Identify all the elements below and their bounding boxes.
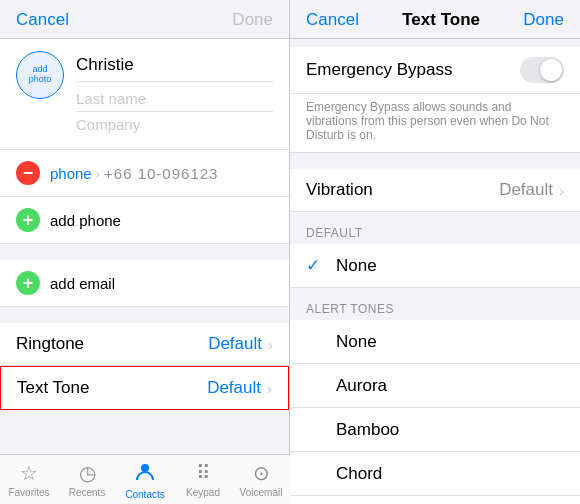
left-header: Cancel Done [0, 0, 289, 39]
chord-row[interactable]: ✓ Chord [290, 452, 580, 496]
default-none-label: None [336, 256, 377, 276]
vibration-row[interactable]: Vibration Default › [290, 169, 580, 212]
left-done-button[interactable]: Done [232, 10, 273, 30]
settings-rows: Ringtone Default › Text Tone Default › [0, 323, 289, 410]
tab-voicemail-label: Voicemail [240, 487, 283, 498]
spacer-2 [0, 307, 289, 315]
phone-arrow-icon: › [96, 166, 100, 181]
add-email-button[interactable]: + [16, 271, 40, 295]
last-name-field[interactable]: Last name [76, 86, 273, 112]
add-phone-row[interactable]: + add phone [0, 197, 289, 244]
contacts-icon [134, 460, 156, 487]
tab-contacts-label: Contacts [125, 489, 164, 500]
bamboo-label: Bamboo [336, 420, 399, 440]
favorites-icon: ☆ [20, 461, 38, 485]
recents-icon: ◷ [79, 461, 96, 485]
aurora-row[interactable]: ✓ Aurora [290, 364, 580, 408]
vibration-value: Default [499, 180, 553, 200]
emergency-bypass-toggle[interactable] [520, 57, 564, 83]
voicemail-icon: ⊙ [253, 461, 270, 485]
default-section-header: DEFAULT [290, 220, 580, 244]
keypad-icon: ⠿ [196, 461, 211, 485]
no-check-icon-2: ✓ [306, 375, 326, 396]
svg-point-0 [141, 464, 149, 472]
right-title: Text Tone [402, 10, 480, 30]
default-none-row[interactable]: ✓ None [290, 244, 580, 288]
add-email-label: add email [50, 275, 115, 292]
emergency-bypass-row: Emergency Bypass [290, 47, 580, 94]
phone-number: +66 10-096123 [104, 165, 218, 182]
circles-row[interactable]: ✓ Circles [290, 496, 580, 504]
right-cancel-button[interactable]: Cancel [306, 10, 359, 30]
tab-keypad[interactable]: ⠿ Keypad [174, 461, 232, 498]
text-tone-value: Default [207, 378, 261, 398]
ringtone-row[interactable]: Ringtone Default › [0, 323, 289, 366]
vibration-arrow-icon: › [559, 182, 564, 199]
add-photo-label: addphoto [29, 65, 52, 85]
contact-fields: Christie Last name Company [76, 51, 273, 137]
ringtone-value: Default [208, 334, 262, 354]
text-tone-row[interactable]: Text Tone Default › [0, 366, 289, 410]
company-field[interactable]: Company [76, 112, 273, 137]
vibration-label: Vibration [306, 180, 499, 200]
alert-none-row[interactable]: ✓ None [290, 320, 580, 364]
alert-tones-section-header: ALERT TONES [290, 296, 580, 320]
right-content: Emergency Bypass Emergency Bypass allows… [290, 39, 580, 504]
bamboo-row[interactable]: ✓ Bamboo [290, 408, 580, 452]
no-check-icon-1: ✓ [306, 331, 326, 352]
ringtone-arrow-icon: › [268, 336, 273, 353]
tab-recents-label: Recents [69, 487, 106, 498]
emergency-bypass-label: Emergency Bypass [306, 60, 520, 80]
phone-label: phone [50, 165, 92, 182]
right-header: Cancel Text Tone Done [290, 0, 580, 39]
tab-contacts[interactable]: Contacts [116, 460, 174, 500]
emergency-bypass-description: Emergency Bypass allows sounds and vibra… [290, 94, 580, 153]
phone-row: − phone › +66 10-096123 [0, 150, 289, 197]
right-panel: Cancel Text Tone Done Emergency Bypass E… [290, 0, 580, 504]
check-icon: ✓ [306, 255, 326, 276]
tab-favorites[interactable]: ☆ Favorites [0, 461, 58, 498]
no-check-icon-3: ✓ [306, 419, 326, 440]
add-email-row[interactable]: + add email [0, 260, 289, 307]
tab-recents[interactable]: ◷ Recents [58, 461, 116, 498]
remove-phone-button[interactable]: − [16, 161, 40, 185]
add-phone-label: add phone [50, 212, 121, 229]
tab-keypad-label: Keypad [186, 487, 220, 498]
tab-voicemail[interactable]: ⊙ Voicemail [232, 461, 290, 498]
aurora-label: Aurora [336, 376, 387, 396]
add-phone-button[interactable]: + [16, 208, 40, 232]
no-check-icon-4: ✓ [306, 463, 326, 484]
contact-form: addphoto Christie Last name Company [0, 39, 289, 150]
right-done-button[interactable]: Done [523, 10, 564, 30]
alert-none-label: None [336, 332, 377, 352]
left-panel: Cancel Done addphoto Christie Last name … [0, 0, 290, 504]
text-tone-label: Text Tone [17, 378, 207, 398]
chord-label: Chord [336, 464, 382, 484]
contact-name-field[interactable]: Christie [76, 51, 273, 82]
add-photo-button[interactable]: addphoto [16, 51, 64, 99]
ringtone-label: Ringtone [16, 334, 208, 354]
left-cancel-button[interactable]: Cancel [16, 10, 69, 30]
tab-favorites-label: Favorites [8, 487, 49, 498]
spacer-1 [0, 244, 289, 252]
text-tone-arrow-icon: › [267, 380, 272, 397]
tab-bar: ☆ Favorites ◷ Recents Contacts ⠿ Keypad … [0, 454, 290, 504]
